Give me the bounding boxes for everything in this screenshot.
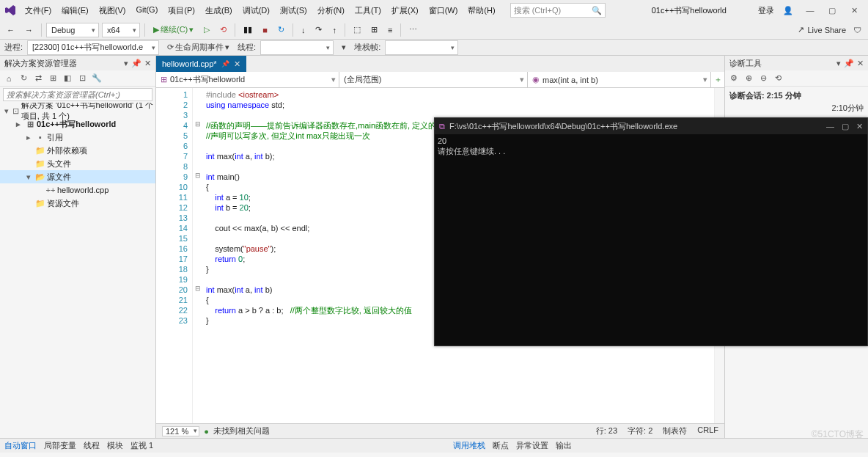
toolbar-icon[interactable]: ≡	[384, 23, 396, 37]
pin-icon[interactable]: 📌	[844, 59, 854, 68]
admin-icon[interactable]: 🛡	[849, 22, 865, 38]
global-search[interactable]: 搜索 (Ctrl+Q) 🔍	[510, 3, 606, 18]
search-placeholder: 搜索 (Ctrl+Q)	[514, 5, 592, 16]
hot-reload-button[interactable]: ⟲	[216, 23, 230, 37]
tab-output[interactable]: 输出	[556, 440, 572, 451]
tab-locals[interactable]: 局部变量	[44, 440, 76, 451]
tab-threads[interactable]: 线程	[84, 440, 100, 451]
zoom-out-icon[interactable]: ⊖	[757, 73, 769, 84]
tool-icon[interactable]: ⊞	[47, 73, 59, 84]
menu-item[interactable]: 工具(T)	[350, 4, 386, 18]
menu-item[interactable]: 视图(V)	[95, 4, 130, 18]
back-button[interactable]: ←	[3, 23, 18, 37]
gear-icon[interactable]: ⚙	[728, 73, 740, 84]
menu-item[interactable]: 分析(N)	[313, 4, 349, 18]
step-over-button[interactable]: ↷	[312, 23, 326, 37]
close-button[interactable]: ✕	[846, 2, 862, 18]
ok-icon: ●	[204, 427, 209, 436]
stop-button[interactable]: ■	[259, 23, 271, 37]
restart-button[interactable]: ↻	[274, 23, 288, 37]
tool-icon[interactable]: ◧	[62, 73, 73, 84]
tab-exceptions[interactable]: 异常设置	[516, 440, 548, 451]
toolbar-icon[interactable]: ⊞	[367, 23, 381, 37]
menu-item[interactable]: Git(G)	[131, 4, 162, 18]
pause-button[interactable]: ▮▮	[240, 23, 256, 37]
menu-item[interactable]: 文件(F)	[21, 4, 56, 18]
solution-node[interactable]: ▾⊡解决方案 '01c++书写helloworld' (1 个项目, 共 1 个…	[0, 104, 155, 117]
solution-search-input[interactable]	[3, 88, 152, 101]
stack-combo[interactable]	[385, 40, 458, 55]
reset-icon[interactable]: ⟲	[772, 73, 784, 84]
lifecycle-button[interactable]: ⟳ 生命周期事件 ▾	[163, 40, 233, 55]
user-icon[interactable]: 👤	[780, 2, 796, 18]
editor-tab[interactable]: helloworld.cpp* 📌 ✕	[156, 56, 246, 72]
tab-callstack[interactable]: 调用堆栈	[453, 440, 485, 451]
menu-item[interactable]: 编辑(E)	[57, 4, 93, 18]
scope-namespace[interactable]: (全局范围)	[339, 72, 528, 87]
console-icon: ⧉	[439, 122, 445, 131]
config-combo[interactable]: Debug	[46, 23, 99, 37]
ext-node[interactable]: 📁外部依赖项	[0, 144, 155, 157]
step-into-button[interactable]: ↓	[298, 23, 309, 37]
tab-watch[interactable]: 监视 1	[130, 440, 153, 451]
solution-explorer: 解决方案资源管理器 ▾ 📌 ✕ ⌂ ↻ ⇄ ⊞ ◧ ⊡ 🔧 ▾⊡解决方案 '01…	[0, 56, 156, 438]
refresh-icon[interactable]: ↻	[18, 73, 29, 84]
close-icon[interactable]: ✕	[144, 59, 151, 68]
thread-combo[interactable]	[260, 40, 334, 55]
panel-header: 解决方案资源管理器 ▾ 📌 ✕	[0, 56, 155, 70]
file-node[interactable]: ++helloworld.cpp	[0, 183, 155, 197]
dropdown-icon[interactable]: ▾	[124, 59, 128, 68]
forward-button[interactable]: →	[21, 23, 37, 37]
zoom-in-icon[interactable]: ⊕	[743, 73, 754, 84]
menu-item[interactable]: 窗口(W)	[424, 4, 463, 18]
scope-function[interactable]: ◉max(int a, int b)	[528, 72, 711, 87]
console-titlebar[interactable]: ⧉ F:\vs\01c++书写helloworld\x64\Debug\01c+…	[435, 118, 867, 134]
bottom-tabs: 自动窗口 局部变量 线程 模块 监视 1 调用堆栈 断点 异常设置 输出	[0, 438, 868, 453]
continue-button[interactable]: ▶ 继续(C) ▾	[150, 23, 197, 37]
tool-icon[interactable]: ⊡	[76, 73, 88, 84]
menu-item[interactable]: 生成(B)	[201, 4, 237, 18]
step-out-button[interactable]: ↑	[328, 23, 340, 37]
home-icon[interactable]: ⌂	[3, 73, 15, 84]
menu-item[interactable]: 测试(S)	[276, 4, 312, 18]
menu-item[interactable]: 项目(P)	[163, 4, 199, 18]
pin-icon[interactable]: 📌	[131, 59, 141, 68]
minimize-button[interactable]: —	[802, 2, 818, 18]
dropdown-icon[interactable]: ▾	[836, 59, 841, 68]
live-share-icon: ↗	[798, 25, 804, 34]
toolbar-icon[interactable]: ⬚	[350, 23, 364, 37]
process-combo[interactable]: [22300] 01c++书写helloworld.e	[27, 40, 159, 55]
close-button[interactable]: ✕	[856, 122, 863, 131]
menu-item[interactable]: 扩展(X)	[387, 4, 423, 18]
live-share-button[interactable]: ↗ Live Share	[798, 25, 846, 34]
search-icon: 🔍	[592, 6, 602, 15]
close-icon[interactable]: ✕	[857, 59, 864, 68]
scope-project[interactable]: ⊞01c++书写helloworld	[156, 72, 339, 87]
pin-icon[interactable]: 📌	[221, 60, 229, 67]
toolbar-icon[interactable]: ▾	[338, 40, 350, 55]
add-icon[interactable]: ＋	[711, 72, 724, 87]
tab-modules[interactable]: 模块	[107, 440, 123, 451]
maximize-button[interactable]: ▢	[824, 2, 840, 18]
wrench-icon[interactable]: 🔧	[91, 73, 103, 84]
menu-item[interactable]: 帮助(H)	[463, 4, 499, 18]
login-link[interactable]: 登录	[758, 5, 774, 16]
tab-breakpoints[interactable]: 断点	[493, 440, 509, 451]
start-no-debug-button[interactable]: ▷	[200, 23, 213, 37]
zoom-combo[interactable]: 121 %	[162, 426, 199, 436]
panel-toolbar: ⌂ ↻ ⇄ ⊞ ◧ ⊡ 🔧	[0, 70, 155, 87]
refs-node[interactable]: ▸▪引用	[0, 131, 155, 144]
toolbar-icon[interactable]: ⋯	[405, 23, 421, 37]
diag-toolbar: ⚙ ⊕ ⊖ ⟲	[725, 70, 868, 87]
minimize-button[interactable]: —	[826, 122, 834, 131]
sync-icon[interactable]: ⇄	[32, 73, 44, 84]
menu-item[interactable]: 调试(D)	[238, 4, 274, 18]
platform-combo[interactable]: x64	[102, 23, 140, 37]
sources-node[interactable]: ▾📂源文件	[0, 170, 155, 183]
res-node[interactable]: 📁资源文件	[0, 197, 155, 210]
tab-autos[interactable]: 自动窗口	[4, 440, 37, 451]
headers-node[interactable]: 📁头文件	[0, 157, 155, 170]
close-tab-icon[interactable]: ✕	[234, 59, 240, 69]
console-window[interactable]: ⧉ F:\vs\01c++书写helloworld\x64\Debug\01c+…	[434, 117, 868, 346]
maximize-button[interactable]: ▢	[842, 122, 849, 131]
